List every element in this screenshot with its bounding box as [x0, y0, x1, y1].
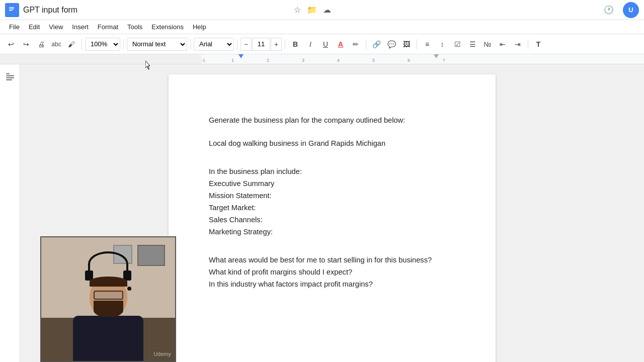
font-select[interactable]: Arial Times New Roman Courier New — [194, 38, 234, 51]
spacer-1 — [209, 133, 455, 138]
star-icon[interactable]: ☆ — [294, 5, 301, 15]
menu-extensions[interactable]: Extensions — [147, 22, 188, 32]
italic-button[interactable]: I — [303, 37, 317, 51]
menu-format[interactable]: Format — [94, 22, 122, 32]
sidebar — [0, 64, 20, 362]
toolbar-sep-3 — [190, 39, 191, 49]
ruler-main: -1 1 2 3 4 5 6 7 — [201, 54, 644, 64]
ruler-tick-1: 1 — [231, 58, 234, 63]
person-container — [73, 251, 143, 361]
spell-check-button[interactable]: abc — [49, 37, 63, 51]
toolbar-sep-4 — [237, 39, 237, 49]
title-bar: GPT input form ☆ 📁 ☁ 🕐 U — [0, 0, 644, 20]
underline-button[interactable]: U — [318, 37, 333, 51]
svg-rect-7 — [6, 79, 12, 80]
clear-format-button[interactable]: T — [531, 37, 545, 51]
main-area: Generate the business plan for the compa… — [0, 64, 644, 362]
toolbar-sep-8 — [528, 39, 528, 49]
toolbar-sep-5 — [285, 39, 285, 49]
svg-rect-3 — [9, 10, 13, 11]
bold-button[interactable]: B — [288, 37, 302, 51]
udemy-badge: Udemy — [153, 351, 171, 357]
svg-rect-5 — [6, 75, 14, 76]
ruler-right-margin — [434, 54, 439, 58]
headset-arc — [83, 251, 133, 279]
page: Generate the business plan for the compa… — [169, 74, 496, 362]
print-button[interactable]: 🖨 — [34, 37, 48, 51]
menu-file[interactable]: File — [5, 22, 24, 32]
doc-content[interactable]: Generate the business plan for the compa… — [209, 115, 455, 290]
ruler-tick-4: 4 — [337, 58, 340, 63]
mic-head — [127, 287, 131, 291]
ruler-tick-6: 6 — [408, 58, 410, 63]
line-4: Executive Summary — [209, 178, 455, 189]
line-3: In the business plan include: — [209, 166, 455, 177]
decrease-indent-button[interactable]: ⇤ — [496, 37, 510, 51]
beard — [94, 301, 123, 317]
doc-title: GPT input form — [23, 6, 288, 15]
person-head — [90, 277, 127, 317]
hair — [90, 277, 127, 287]
svg-rect-1 — [9, 7, 14, 8]
font-size-decrease-button[interactable]: − — [240, 38, 252, 51]
font-size-increase-button[interactable]: + — [271, 38, 282, 51]
font-size-area: − + — [240, 38, 282, 51]
align-button[interactable]: ≡ — [420, 37, 434, 51]
section-intro: Generate the business plan for the compa… — [209, 115, 455, 126]
highlight-button[interactable]: ✏ — [349, 37, 363, 51]
comment-button[interactable]: 💬 — [384, 37, 398, 51]
history-icon[interactable]: 🕐 — [604, 5, 614, 15]
numbered-list-button[interactable]: № — [480, 37, 495, 51]
undo-button[interactable]: ↩ — [4, 37, 18, 51]
line-10: What kind of profit margins should I exp… — [209, 266, 455, 278]
menu-insert[interactable]: Insert — [68, 22, 93, 32]
ruler-left — [0, 54, 201, 64]
section-questions: What areas would be best for me to start… — [209, 254, 455, 290]
line-7: Sales Channels: — [209, 214, 455, 225]
menu-tools[interactable]: Tools — [123, 22, 146, 32]
section-plan: In the business plan include: Executive … — [209, 166, 455, 237]
menu-bar: File Edit View Insert Format Tools Exten… — [0, 20, 644, 34]
account-avatar[interactable]: U — [623, 2, 639, 18]
line-11: In this industry what factors impact pro… — [209, 279, 455, 290]
folder-icon[interactable]: 📁 — [307, 5, 317, 15]
outline-button[interactable] — [3, 69, 18, 84]
line-2: Local dog walking business in Grand Rapi… — [209, 138, 455, 149]
toolbar-sep-2 — [123, 39, 124, 49]
line-spacing-button[interactable]: ↕ — [435, 37, 449, 51]
ruler-tick-0: -1 — [201, 58, 205, 63]
ruler-tick-3: 3 — [302, 58, 304, 63]
bullet-list-button[interactable]: ☰ — [465, 37, 479, 51]
menu-edit[interactable]: Edit — [25, 22, 44, 32]
ruler-tick-5: 5 — [372, 58, 375, 63]
menu-view[interactable]: View — [45, 22, 67, 32]
checklist-button[interactable]: ☑ — [450, 37, 464, 51]
redo-button[interactable]: ↪ — [19, 37, 33, 51]
doc-icon — [5, 3, 19, 17]
menu-help[interactable]: Help — [189, 22, 210, 32]
doc-area[interactable]: Generate the business plan for the compa… — [20, 64, 644, 362]
ruler: -1 1 2 3 4 5 6 7 — [0, 54, 644, 64]
ruler-tick-7: 7 — [443, 58, 445, 63]
link-button[interactable]: 🔗 — [369, 37, 383, 51]
text-color-button[interactable]: A — [334, 37, 348, 51]
section-business: Local dog walking business in Grand Rapi… — [209, 138, 455, 149]
zoom-select[interactable]: 100% 75% 125% 150% — [85, 38, 120, 51]
font-size-input[interactable] — [252, 38, 270, 51]
increase-indent-button[interactable]: ⇥ — [511, 37, 525, 51]
spacer-2 — [209, 156, 455, 166]
headset-band — [88, 251, 128, 277]
ruler-left-margin — [238, 54, 244, 58]
image-button[interactable]: 🖼 — [399, 37, 414, 51]
line-5: Mission Statement: — [209, 190, 455, 201]
toolbar: ↩ ↪ 🖨 abc 🖌 100% 75% 125% 150% Normal te… — [0, 34, 644, 54]
toolbar-sep-6 — [366, 39, 366, 49]
svg-rect-6 — [6, 77, 14, 78]
line-9: What areas would be best for me to start… — [209, 254, 455, 265]
style-select[interactable]: Normal text Heading 1 Heading 2 Heading … — [127, 38, 187, 51]
paint-format-button[interactable]: 🖌 — [64, 37, 78, 51]
spacer-3 — [209, 244, 455, 254]
toolbar-sep-1 — [82, 39, 82, 49]
video-overlay: Udemy — [40, 236, 176, 362]
cloud-icon[interactable]: ☁ — [323, 5, 331, 15]
